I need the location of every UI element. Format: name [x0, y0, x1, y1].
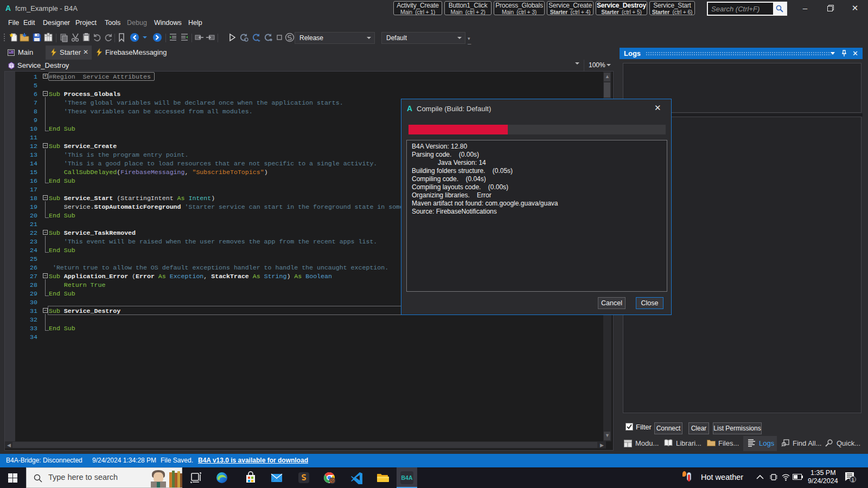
svg-text:1: 1	[851, 477, 854, 483]
